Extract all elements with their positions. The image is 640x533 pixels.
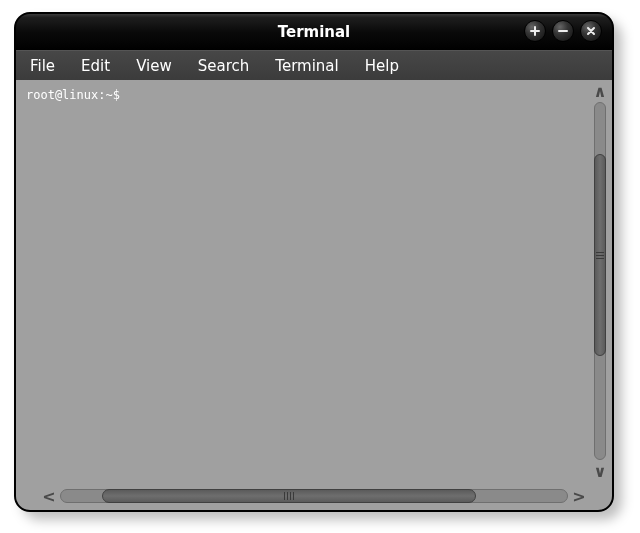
shell-prompt: root@linux:~$ bbox=[26, 88, 120, 102]
horizontal-scrollbar: < > bbox=[42, 486, 586, 506]
menubar: File Edit View Search Terminal Help bbox=[16, 50, 612, 82]
scroll-left-icon[interactable]: < bbox=[40, 486, 58, 506]
scroll-up-icon[interactable]: ∧ bbox=[591, 82, 609, 100]
minimize-button[interactable] bbox=[552, 20, 574, 42]
content-area: root@linux:~$ ∧ ∨ < > bbox=[16, 80, 612, 510]
menu-view[interactable]: View bbox=[136, 57, 172, 75]
scroll-down-icon[interactable]: ∨ bbox=[591, 462, 609, 480]
vertical-scroll-thumb[interactable] bbox=[594, 154, 606, 356]
titlebar: Terminal bbox=[16, 14, 612, 50]
menu-help[interactable]: Help bbox=[365, 57, 399, 75]
menu-search[interactable]: Search bbox=[198, 57, 250, 75]
window-title: Terminal bbox=[278, 23, 351, 41]
terminal-output[interactable]: root@linux:~$ bbox=[16, 80, 588, 482]
vertical-scrollbar: ∧ ∨ bbox=[591, 84, 609, 478]
horizontal-scroll-thumb[interactable] bbox=[102, 489, 476, 503]
menu-file[interactable]: File bbox=[30, 57, 55, 75]
menu-terminal[interactable]: Terminal bbox=[275, 57, 338, 75]
menu-edit[interactable]: Edit bbox=[81, 57, 110, 75]
terminal-window: Terminal File Edit View Search Terminal … bbox=[14, 12, 614, 512]
new-tab-button[interactable] bbox=[524, 20, 546, 42]
window-buttons bbox=[524, 20, 602, 42]
scroll-right-icon[interactable]: > bbox=[570, 486, 588, 506]
close-button[interactable] bbox=[580, 20, 602, 42]
